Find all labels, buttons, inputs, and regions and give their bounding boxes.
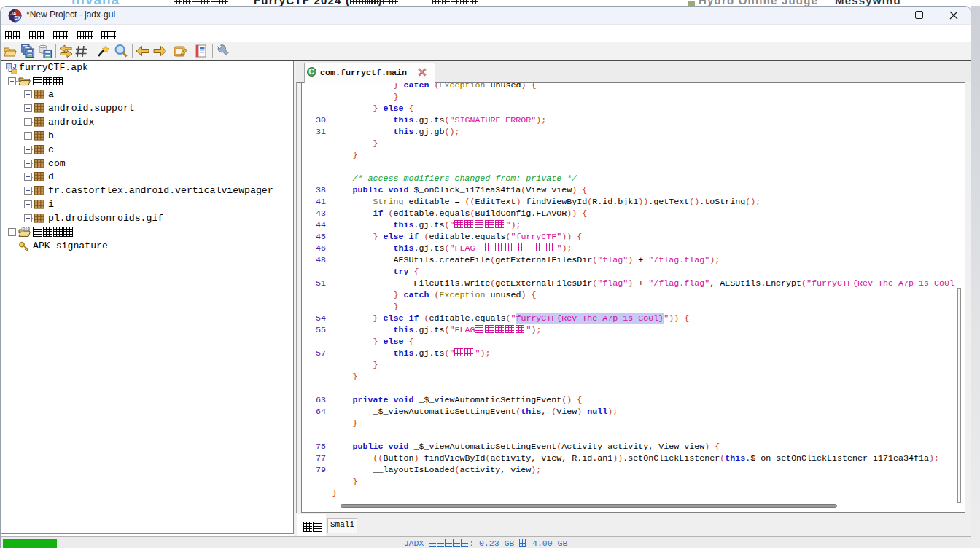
svg-text:J: J <box>13 63 17 70</box>
svg-text:010: 010 <box>23 227 30 232</box>
svg-text:C: C <box>308 68 314 76</box>
